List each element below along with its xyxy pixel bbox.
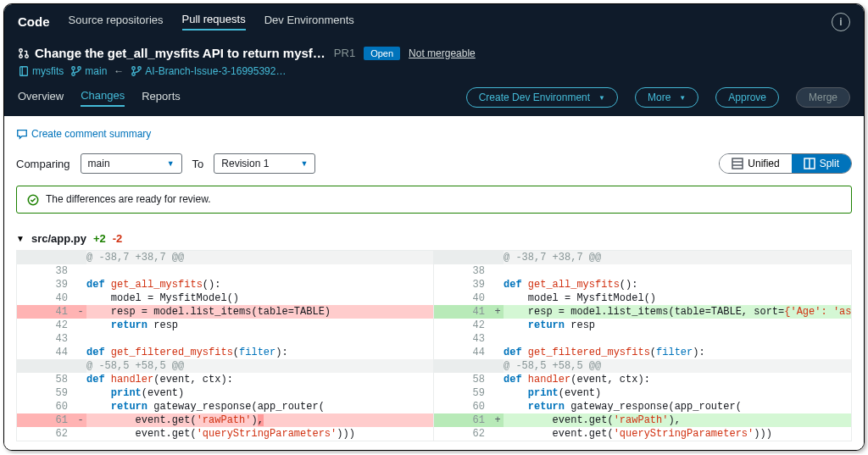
unified-view-button[interactable]: Unified — [720, 154, 791, 173]
diff-line[interactable]: 39def get_all_mysfits(): — [17, 278, 433, 291]
branch-icon — [70, 65, 82, 77]
diff-line[interactable]: 41- resp = model.list_items(table=TABLE) — [17, 305, 433, 319]
comment-icon — [16, 128, 28, 140]
additions-count: +2 — [93, 232, 106, 245]
deletions-count: -2 — [113, 232, 123, 245]
diff-line[interactable]: 42 return resp — [434, 319, 851, 332]
diff-line[interactable]: 61+ event.get('rawPath'), — [434, 413, 851, 427]
source-branch-link[interactable]: AI-Branch-Issue-3-16995392… — [131, 65, 286, 77]
compare-to-select[interactable]: Revision 1▼ — [214, 153, 315, 174]
pr-title: Change the get_all_mysfits API to return… — [18, 46, 326, 60]
chevron-down-icon: ▼ — [16, 234, 25, 243]
ready-banner: The differences are ready for review. — [16, 186, 852, 214]
diff-line[interactable]: 60 return gateway_response(app_router( — [17, 400, 433, 413]
diff-line[interactable]: 58def handler(event, ctx): — [17, 373, 433, 386]
unified-icon — [732, 158, 743, 169]
base-branch-link[interactable]: main — [70, 65, 107, 77]
nav-source-repositories[interactable]: Source repositories — [69, 14, 164, 30]
diff-line[interactable]: 60 return gateway_response(app_router( — [434, 400, 851, 413]
diff-line[interactable]: 38 — [17, 264, 433, 278]
pr-title-text: Change the get_all_mysfits API to return… — [35, 46, 326, 60]
pull-request-icon — [18, 47, 30, 59]
diff-line[interactable]: 40 model = MysfitModel() — [434, 291, 851, 305]
diff-line[interactable]: 42 return resp — [17, 319, 433, 332]
svg-point-7 — [132, 67, 136, 70]
svg-point-1 — [19, 54, 23, 58]
diff-line[interactable]: 40 model = MysfitModel() — [17, 291, 433, 305]
diff-line[interactable]: @ -38,7 +38,7 @@ — [17, 251, 433, 264]
diff-line[interactable]: 58def handler(event, ctx): — [434, 373, 851, 386]
file-path: src/app.py — [31, 232, 86, 245]
svg-point-9 — [132, 73, 136, 76]
diff-line[interactable]: @ -58,5 +58,5 @@ — [17, 359, 433, 373]
svg-point-5 — [78, 67, 81, 70]
create-dev-env-button[interactable]: Create Dev Environment — [466, 87, 618, 108]
create-comment-summary-link[interactable]: Create comment summary — [16, 125, 151, 148]
diff-line[interactable]: 62 event.get('queryStringParameters'))) — [434, 427, 851, 441]
branch-icon — [131, 65, 142, 77]
ready-text: The differences are ready for review. — [46, 193, 211, 205]
svg-rect-3 — [20, 67, 28, 76]
arrow-left-icon: ← — [114, 65, 124, 77]
branch-row: mysfits main ← AI-Branch-Issue-3-1699539… — [18, 60, 850, 82]
repo-icon — [18, 65, 30, 77]
nav-pull-requests[interactable]: Pull requests — [182, 13, 246, 31]
diff-view: @ -38,7 +38,7 @@3839def get_all_mysfits(… — [16, 250, 852, 441]
svg-rect-10 — [732, 158, 743, 169]
diff-line[interactable]: 43 — [434, 332, 851, 346]
view-toggle: Unified Split — [719, 153, 852, 174]
info-icon[interactable]: i — [832, 13, 850, 31]
diff-line[interactable]: 59 print(event) — [434, 386, 851, 400]
more-button[interactable]: More — [635, 87, 698, 108]
to-label: To — [192, 158, 204, 170]
check-icon — [27, 193, 39, 206]
svg-point-4 — [72, 67, 75, 70]
diff-line[interactable]: 59 print(event) — [17, 386, 433, 400]
diff-line[interactable]: @ -58,5 +58,5 @@ — [434, 359, 851, 373]
svg-point-2 — [25, 54, 29, 58]
diff-line[interactable]: 38 — [434, 264, 851, 278]
diff-line[interactable]: 39def get_all_mysfits(): — [434, 278, 851, 291]
split-view-button[interactable]: Split — [792, 154, 851, 173]
approve-button[interactable]: Approve — [715, 87, 779, 108]
status-badge-open[interactable]: Open — [364, 47, 400, 60]
comparing-label: Comparing — [16, 158, 70, 170]
pr-number: PR1 — [334, 47, 355, 59]
diff-line[interactable]: 41+ resp = model.list_items(table=TABLE,… — [434, 305, 851, 319]
diff-right-column: @ -38,7 +38,7 @@3839def get_all_mysfits(… — [434, 251, 851, 441]
svg-point-8 — [138, 67, 142, 70]
diff-line[interactable]: @ -38,7 +38,7 @@ — [434, 251, 851, 264]
not-mergeable-link[interactable]: Not mergeable — [409, 47, 476, 59]
diff-line[interactable]: 62 event.get('queryStringParameters'))) — [17, 427, 433, 441]
svg-point-6 — [72, 73, 75, 76]
diff-line[interactable]: 44def get_filtered_mysfits(filter): — [434, 346, 851, 359]
merge-button: Merge — [796, 87, 850, 108]
diff-left-column: @ -38,7 +38,7 @@3839def get_all_mysfits(… — [17, 251, 434, 441]
diff-line[interactable]: 43 — [17, 332, 433, 346]
subtab-overview[interactable]: Overview — [18, 90, 64, 106]
compare-from-select[interactable]: main▼ — [81, 153, 182, 174]
diff-line[interactable]: 44def get_filtered_mysfits(filter): — [17, 346, 433, 359]
diff-line[interactable]: 61- event.get('rawPath'), — [17, 413, 433, 427]
subtab-changes[interactable]: Changes — [81, 89, 125, 107]
split-icon — [804, 158, 815, 169]
repo-link[interactable]: mysfits — [18, 65, 64, 77]
nav-dev-environments[interactable]: Dev Environments — [264, 14, 354, 30]
svg-point-0 — [19, 48, 23, 52]
brand: Code — [18, 14, 50, 29]
file-header[interactable]: ▼ src/app.py +2 -2 — [16, 227, 852, 250]
subtab-reports[interactable]: Reports — [142, 90, 181, 106]
